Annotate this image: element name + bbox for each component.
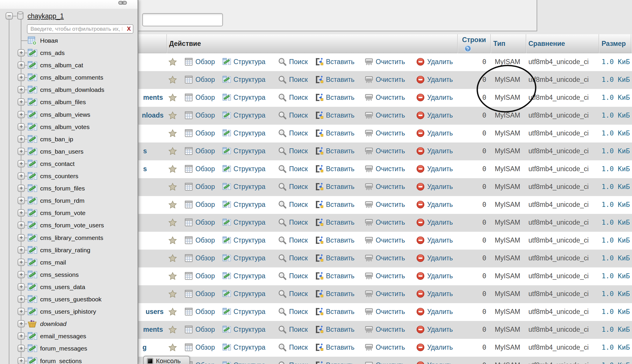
structure-link[interactable]: Структура bbox=[222, 272, 265, 280]
sidebar-table-item[interactable]: + cms_users_data bbox=[0, 281, 138, 293]
sidebar-table-item[interactable]: + email_messages bbox=[0, 330, 138, 342]
empty-link[interactable]: Очистить bbox=[365, 182, 405, 191]
sidebar-table-item[interactable]: + forum_messages bbox=[0, 342, 138, 355]
sidebar-table-item[interactable]: + cms_users_iphistory bbox=[0, 305, 138, 318]
structure-link[interactable]: Структура bbox=[222, 93, 265, 102]
expand-plus-icon[interactable]: + bbox=[18, 86, 25, 93]
tree-filter-input[interactable] bbox=[27, 24, 133, 34]
empty-link[interactable]: Очистить bbox=[365, 111, 405, 120]
insert-link[interactable]: Вставить bbox=[315, 57, 355, 66]
empty-link[interactable]: Очистить bbox=[365, 254, 405, 262]
empty-link[interactable]: Очистить bbox=[365, 93, 405, 102]
expand-plus-icon[interactable]: + bbox=[18, 209, 25, 217]
favorite-star-icon[interactable] bbox=[168, 272, 177, 281]
search-link[interactable]: Поиск bbox=[278, 307, 308, 316]
browse-link[interactable]: Обзор bbox=[184, 343, 215, 352]
search-link[interactable]: Поиск bbox=[278, 343, 308, 352]
structure-link[interactable]: Структура bbox=[222, 129, 265, 138]
rows-help-icon[interactable]: ? bbox=[464, 45, 472, 52]
structure-link[interactable]: Структура bbox=[222, 343, 265, 352]
table-name-fragment[interactable]: ments bbox=[143, 326, 163, 334]
table-name-fragment[interactable]: users bbox=[146, 308, 164, 316]
empty-link[interactable]: Очистить bbox=[365, 129, 405, 138]
structure-link[interactable]: Структура bbox=[222, 147, 265, 155]
sidebar-table-item[interactable]: + cms_album_cat bbox=[0, 59, 138, 71]
expand-plus-icon[interactable]: + bbox=[18, 320, 25, 327]
browse-link[interactable]: Обзор bbox=[184, 75, 215, 84]
sidebar-table-label[interactable]: cms_counters bbox=[40, 173, 78, 180]
drop-link[interactable]: Удалить bbox=[416, 343, 453, 352]
sidebar-table-item[interactable]: + cms_counters bbox=[0, 170, 138, 182]
browse-link[interactable]: Обзор bbox=[184, 254, 215, 262]
sidebar-table-label[interactable]: forum_sections bbox=[40, 358, 82, 364]
new-table-label[interactable]: Новая bbox=[40, 37, 58, 44]
search-link[interactable]: Поиск bbox=[278, 129, 308, 138]
sidebar-table-label[interactable]: cms_forum_files bbox=[40, 185, 85, 192]
header-size-sort-link[interactable]: Размер bbox=[602, 40, 626, 48]
expand-plus-icon[interactable]: + bbox=[18, 98, 25, 106]
insert-link[interactable]: Вставить bbox=[315, 129, 355, 138]
favorite-star-icon[interactable] bbox=[168, 290, 177, 298]
favorite-star-icon[interactable] bbox=[168, 93, 177, 102]
expand-plus-icon[interactable]: + bbox=[18, 234, 25, 241]
search-link[interactable]: Поиск bbox=[278, 182, 308, 191]
sidebar-table-label[interactable]: cms_ban_users bbox=[40, 148, 83, 155]
expand-plus-icon[interactable]: + bbox=[18, 160, 25, 167]
collapse-minus-icon[interactable]: − bbox=[6, 12, 13, 20]
insert-link[interactable]: Вставить bbox=[315, 289, 355, 298]
browse-link[interactable]: Обзор bbox=[184, 236, 215, 245]
insert-link[interactable]: Вставить bbox=[315, 361, 355, 364]
sidebar-table-label[interactable]: email_messages bbox=[40, 333, 86, 340]
panel-input[interactable] bbox=[142, 13, 223, 26]
drop-link[interactable]: Удалить bbox=[416, 182, 453, 191]
drop-link[interactable]: Удалить bbox=[416, 236, 453, 245]
empty-link[interactable]: Очистить bbox=[365, 289, 405, 298]
expand-plus-icon[interactable]: + bbox=[18, 259, 25, 266]
expand-plus-icon[interactable]: + bbox=[18, 283, 25, 291]
expand-plus-icon[interactable]: + bbox=[18, 74, 25, 81]
expand-plus-icon[interactable]: + bbox=[18, 111, 25, 118]
sidebar-table-item[interactable]: + cms_ban_ip bbox=[0, 133, 138, 145]
sidebar-table-item[interactable]: + cms_forum_files bbox=[0, 182, 138, 195]
browse-link[interactable]: Обзор bbox=[184, 325, 215, 334]
search-link[interactable]: Поиск bbox=[278, 164, 308, 173]
search-link[interactable]: Поиск bbox=[278, 254, 308, 262]
sidebar-table-item[interactable]: + cms_forum_rdm bbox=[0, 195, 138, 207]
search-link[interactable]: Поиск bbox=[278, 93, 308, 102]
empty-link[interactable]: Очистить bbox=[365, 75, 405, 84]
browse-link[interactable]: Обзор bbox=[184, 164, 215, 173]
browse-link[interactable]: Обзор bbox=[184, 129, 215, 138]
sidebar-table-item[interactable]: + cms_album_views bbox=[0, 109, 138, 121]
favorite-star-icon[interactable] bbox=[168, 183, 177, 191]
browse-link[interactable]: Обзор bbox=[184, 182, 215, 191]
structure-link[interactable]: Структура bbox=[222, 325, 265, 334]
sidebar-table-item[interactable]: + cms_contact bbox=[0, 158, 138, 170]
empty-link[interactable]: Очистить bbox=[365, 57, 405, 66]
insert-link[interactable]: Вставить bbox=[315, 111, 355, 120]
structure-link[interactable]: Структура bbox=[222, 236, 265, 245]
sidebar-table-item[interactable]: + download bbox=[0, 318, 138, 330]
structure-link[interactable]: Структура bbox=[222, 200, 265, 209]
link-with-main-panel-icon[interactable] bbox=[118, 1, 127, 6]
favorite-star-icon[interactable] bbox=[168, 325, 177, 334]
empty-link[interactable]: Очистить bbox=[365, 307, 405, 316]
filter-clear-button[interactable]: X bbox=[127, 25, 131, 32]
search-link[interactable]: Поиск bbox=[278, 289, 308, 298]
expand-plus-icon[interactable]: + bbox=[18, 308, 25, 315]
sidebar-table-label[interactable]: cms_album_votes bbox=[40, 123, 90, 131]
table-name-fragment[interactable]: ments bbox=[143, 94, 163, 102]
favorite-star-icon[interactable] bbox=[168, 218, 177, 227]
structure-link[interactable]: Структура bbox=[222, 361, 265, 364]
sidebar-table-item[interactable]: + cms_sessions bbox=[0, 269, 138, 281]
empty-link[interactable]: Очистить bbox=[365, 343, 405, 352]
drop-link[interactable]: Удалить bbox=[416, 93, 453, 102]
favorite-star-icon[interactable] bbox=[168, 58, 177, 66]
drop-link[interactable]: Удалить bbox=[416, 147, 453, 155]
insert-link[interactable]: Вставить bbox=[315, 236, 355, 245]
structure-link[interactable]: Структура bbox=[222, 254, 265, 262]
sidebar-table-label[interactable]: cms_contact bbox=[40, 160, 75, 167]
expand-plus-icon[interactable]: + bbox=[18, 296, 25, 303]
search-link[interactable]: Поиск bbox=[278, 75, 308, 84]
empty-link[interactable]: Очистить bbox=[365, 164, 405, 173]
search-link[interactable]: Поиск bbox=[278, 57, 308, 66]
